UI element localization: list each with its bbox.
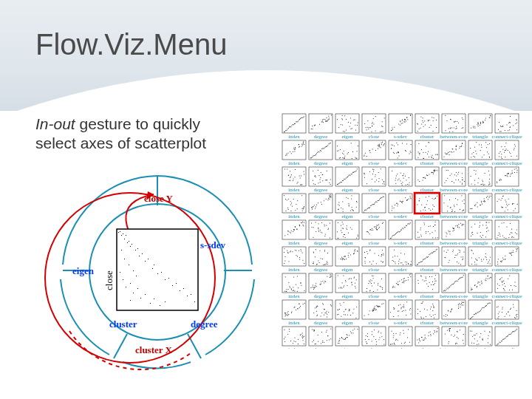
svg-text:triangle: triangle bbox=[472, 240, 488, 246]
svg-rect-1749 bbox=[338, 314, 339, 315]
svg-rect-695 bbox=[454, 183, 454, 183]
svg-rect-1269 bbox=[322, 259, 323, 259]
svg-line-4 bbox=[114, 334, 127, 358]
svg-rect-1319 bbox=[371, 264, 372, 265]
svg-rect-1237 bbox=[295, 250, 296, 250]
svg-rect-1287 bbox=[345, 256, 346, 257]
svg-rect-1114 bbox=[404, 227, 405, 228]
svg-text:s-sdev: s-sdev bbox=[394, 293, 407, 299]
svg-rect-382 bbox=[378, 149, 378, 149]
svg-rect-215 bbox=[463, 119, 463, 120]
svg-rect-582 bbox=[341, 182, 341, 183]
svg-rect-1816 bbox=[406, 315, 406, 316]
svg-rect-1314 bbox=[382, 250, 383, 250]
svg-rect-1857 bbox=[459, 304, 460, 305]
svg-rect-198 bbox=[420, 117, 421, 117]
svg-rect-1570 bbox=[393, 287, 394, 287]
svg-rect-1996 bbox=[349, 335, 349, 335]
svg-rect-1809 bbox=[409, 310, 410, 310]
svg-rect-66 bbox=[290, 127, 291, 128]
svg-rect-516 bbox=[509, 152, 510, 153]
svg-rect-1118 bbox=[407, 224, 408, 225]
svg-rect-1048 bbox=[337, 231, 338, 232]
svg-rect-465 bbox=[449, 154, 450, 155]
svg-rect-772 bbox=[290, 205, 291, 205]
svg-rect-1098 bbox=[390, 238, 391, 239]
svg-rect-1043 bbox=[325, 234, 326, 235]
svg-rect-1625 bbox=[449, 287, 450, 287]
svg-rect-39 bbox=[120, 272, 120, 273]
svg-rect-756 bbox=[508, 173, 508, 174]
svg-rect-806 bbox=[330, 199, 330, 200]
svg-rect-1127 bbox=[417, 237, 418, 238]
svg-rect-370 bbox=[379, 146, 380, 147]
svg-rect-148 bbox=[372, 123, 372, 124]
svg-rect-1027 bbox=[318, 231, 319, 232]
svg-rect-175 bbox=[392, 129, 393, 130]
svg-rect-98 bbox=[322, 121, 323, 122]
svg-rect-43 bbox=[133, 293, 134, 293]
svg-rect-931 bbox=[463, 210, 463, 211]
svg-rect-817 bbox=[338, 205, 338, 205]
svg-rect-1203 bbox=[505, 238, 506, 239]
svg-rect-1208 bbox=[507, 227, 508, 228]
svg-rect-1458 bbox=[511, 253, 511, 253]
svg-rect-538 bbox=[284, 169, 285, 170]
svg-rect-49 bbox=[160, 305, 160, 306]
svg-rect-77 bbox=[300, 118, 301, 119]
svg-rect-414 bbox=[402, 143, 403, 144]
svg-rect-449 bbox=[449, 151, 450, 152]
svg-rect-564 bbox=[318, 170, 318, 171]
svg-rect-552 bbox=[325, 180, 326, 180]
svg-rect-1650 bbox=[478, 282, 479, 282]
svg-rect-1651 bbox=[490, 277, 491, 278]
svg-rect-188 bbox=[434, 117, 434, 118]
svg-rect-217 bbox=[449, 129, 449, 129]
svg-rect-1166 bbox=[457, 225, 458, 226]
svg-rect-1861 bbox=[451, 310, 451, 310]
svg-rect-415 bbox=[411, 152, 412, 153]
svg-rect-1754 bbox=[352, 313, 353, 313]
svg-rect-1094 bbox=[382, 223, 383, 224]
svg-rect-2097 bbox=[454, 335, 455, 335]
svg-rect-1240 bbox=[302, 260, 303, 261]
svg-rect-1199 bbox=[487, 228, 488, 228]
svg-rect-651 bbox=[409, 177, 409, 178]
svg-rect-1552 bbox=[366, 291, 367, 292]
svg-text:s-sdev: s-sdev bbox=[394, 134, 407, 140]
svg-text:eigen: eigen bbox=[341, 293, 353, 299]
svg-rect-642 bbox=[396, 176, 397, 177]
svg-rect-1829 bbox=[431, 307, 432, 307]
svg-rect-1047 bbox=[338, 238, 338, 239]
svg-rect-191 bbox=[428, 120, 429, 121]
svg-rect-1601 bbox=[435, 275, 436, 276]
svg-rect-1023 bbox=[316, 222, 316, 222]
svg-text:between-core: between-core bbox=[440, 267, 468, 273]
svg-rect-985 bbox=[506, 204, 507, 205]
svg-rect-460 bbox=[456, 146, 457, 146]
svg-rect-1206 bbox=[512, 233, 513, 233]
svg-rect-970 bbox=[505, 202, 506, 202]
svg-rect-1839 bbox=[432, 310, 433, 311]
svg-rect-200 bbox=[417, 123, 417, 124]
svg-rect-1090 bbox=[372, 230, 373, 231]
svg-rect-2142 bbox=[500, 342, 501, 343]
svg-rect-1862 bbox=[459, 303, 460, 304]
svg-rect-149 bbox=[384, 117, 385, 118]
svg-rect-1478 bbox=[286, 291, 287, 292]
svg-rect-1502 bbox=[315, 285, 316, 286]
svg-rect-1807 bbox=[398, 316, 399, 316]
svg-rect-100 bbox=[327, 121, 327, 122]
svg-rect-1435 bbox=[495, 247, 519, 266]
svg-rect-1814 bbox=[398, 310, 399, 311]
svg-rect-453 bbox=[448, 152, 449, 153]
svg-rect-1716 bbox=[296, 310, 296, 310]
svg-rect-1791 bbox=[374, 308, 375, 309]
svg-rect-314 bbox=[303, 143, 304, 144]
svg-rect-1190 bbox=[480, 236, 481, 236]
svg-rect-981 bbox=[514, 203, 514, 204]
svg-rect-16 bbox=[127, 242, 128, 243]
svg-rect-519 bbox=[515, 146, 516, 146]
svg-text:eigen: eigen bbox=[341, 320, 353, 326]
svg-rect-480 bbox=[471, 154, 472, 154]
